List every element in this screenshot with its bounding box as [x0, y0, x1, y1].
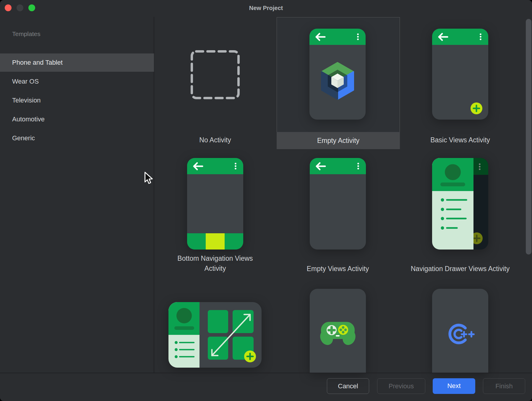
sidebar-item-phone-and-tablet[interactable]: Phone and Tablet — [0, 53, 154, 72]
mouse-cursor — [144, 172, 154, 185]
sidebar-header: Templates — [12, 27, 136, 41]
tablet-responsive-grid-icon — [168, 302, 262, 368]
name-placeholder-bar — [174, 326, 194, 330]
template-label: Bottom Navigation Views Activity — [168, 253, 262, 273]
template-label: Empty Views Activity — [291, 262, 385, 276]
dialog-window: New Project Templates Phone and Tablet W… — [0, 0, 532, 401]
sidebar-item-television[interactable]: Television — [0, 91, 154, 110]
footer-divider — [0, 373, 532, 373]
previous-button: Previous — [377, 378, 425, 394]
fab-add-icon — [471, 102, 482, 114]
next-button[interactable]: Next — [433, 378, 475, 394]
kebab-menu-icon — [357, 163, 359, 169]
phone-gamepad-icon — [310, 289, 366, 373]
phone-compose-logo-icon — [309, 29, 366, 120]
template-label: Navigation Drawer Views Activity — [400, 262, 521, 276]
cancel-button[interactable]: Cancel — [327, 378, 369, 394]
dialog-title: New Project — [0, 0, 532, 17]
template-label: No Activity — [168, 131, 262, 149]
new-project-dialog: New Project Templates Phone and Tablet W… — [0, 0, 532, 401]
template-label: Basic Views Activity — [413, 131, 507, 149]
phone-plain-icon — [310, 158, 366, 250]
sidebar-item-generic[interactable]: Generic — [0, 129, 154, 147]
kebab-menu-icon — [480, 33, 481, 40]
kebab-menu-icon — [357, 33, 359, 40]
kebab-menu-icon-dim — [479, 163, 481, 170]
phone-cpp-logo-icon — [432, 289, 488, 373]
finish-button: Finish — [483, 378, 525, 394]
avatar — [445, 164, 461, 180]
dashed-square-icon — [190, 50, 240, 100]
sidebar-item-wear-os[interactable]: Wear OS — [0, 72, 154, 91]
sidebar-item-automotive[interactable]: Automotive — [0, 110, 154, 128]
kebab-menu-icon — [235, 163, 236, 169]
vertical-scrollbar[interactable] — [526, 19, 531, 255]
phone-bottom-nav-icon — [187, 158, 243, 250]
bottom-nav-bar — [187, 233, 243, 250]
phone-drawer-icon — [432, 158, 488, 250]
avatar — [176, 308, 192, 323]
template-label-selected: Empty Activity — [277, 132, 400, 149]
fab-add-icon — [244, 351, 256, 362]
name-placeholder-bar — [440, 182, 465, 186]
title-bar: New Project — [0, 0, 532, 17]
navigation-drawer-panel — [432, 158, 473, 250]
phone-fab-icon — [432, 29, 488, 120]
